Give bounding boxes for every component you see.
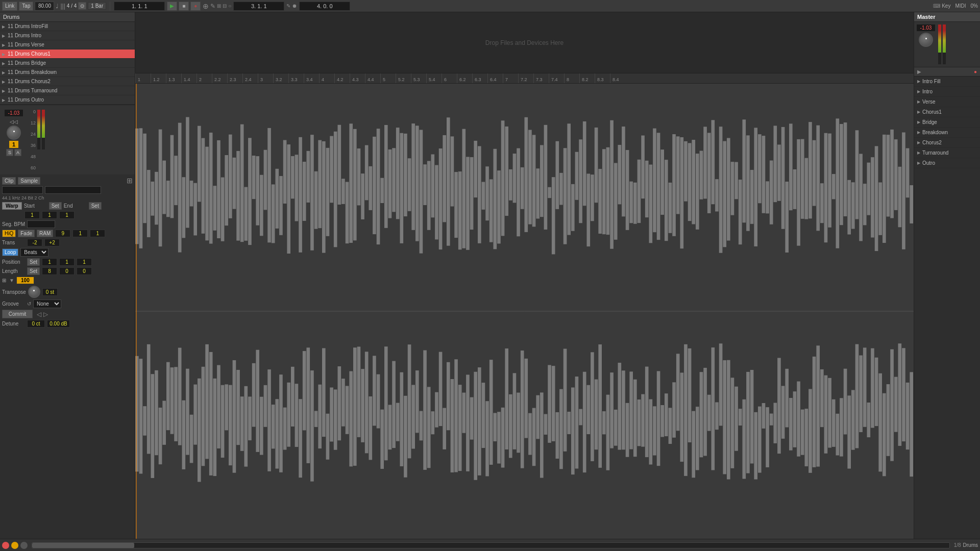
transpose-knob[interactable] [28,286,40,298]
track-item[interactable]: ▶ 11 Drums IntroFill [0,22,135,31]
expand-icon: ▶ [2,43,6,47]
loop-display: 3. 1. 1 [233,2,284,11]
drums-label: Drums [3,14,19,20]
right-scene-item[interactable]: ▶ Intro [914,87,980,97]
right-scene-item[interactable]: ▶ Turnaround [914,148,980,158]
marker-3.3: 3.3 [288,73,304,83]
loop-btn[interactable]: Loop [2,248,18,256]
marker-8: 8 [564,73,579,83]
set-end-btn[interactable]: Set [89,202,102,210]
scene-arrow: ▶ [917,99,921,104]
position-row: Position Set 1 1 1 [2,258,133,266]
punch-icon[interactable]: ⏺ [292,3,297,9]
loop-btn[interactable]: ⊙ [78,2,86,10]
warp-button[interactable]: Warp [2,202,22,210]
play-button[interactable]: ▶ [167,2,177,11]
right-scene-item[interactable]: ▶ Bridge [914,117,980,128]
marker-5.4: 5.4 [426,73,442,83]
main-area: Drums ▶ 11 Drums IntroFill ▶ 11 Drums In… [0,12,980,539]
track-item[interactable]: ▶ 11 Drums Verse [0,40,135,49]
clip-name-input[interactable]: 11 Drums Ch... [2,186,43,194]
fade-btn[interactable]: Fade [18,230,35,237]
mute-icon[interactable]: ◁◁ [10,119,18,124]
gray-circle[interactable] [20,542,28,549]
clip-tab[interactable]: Clip [2,177,16,185]
commit-button[interactable]: Commit [2,310,33,318]
right-scene-item[interactable]: ▶ Chorus1 [914,107,980,117]
metronome-icon: ♩ [56,3,59,10]
warp-row: Warp Start Set End Set [2,202,133,210]
drums-bottom-label: Drums [963,542,978,548]
sample-name-input[interactable]: 11 Drums Chorus1.. [45,186,101,194]
midi-label: MIDI [955,3,966,9]
waveform-area[interactable] [135,84,914,539]
red-circle[interactable] [2,542,9,549]
draw-icon[interactable]: ✎ [286,3,290,9]
yellow-circle[interactable] [11,542,18,549]
scene-label: Intro [922,89,933,94]
ram-btn[interactable]: RAM [37,230,53,237]
track-item[interactable]: ▶ 11 Drums Breakdown [0,68,135,77]
track-item[interactable]: ▶ 11 Drums Turnaround [0,86,135,95]
groove-select[interactable]: None [33,299,61,308]
marker-8.2: 8.2 [579,73,595,83]
pencil-icon[interactable]: ✎ [210,3,215,10]
right-scene-item[interactable]: ▶ Chorus2 [914,138,980,148]
scene-label: Outro [922,160,935,166]
scene-label: Verse [922,99,936,105]
track-name: 11 Drums Chorus1 [8,51,51,57]
expand-icon: ▶ [2,24,6,29]
next-icon[interactable]: ▷ [43,311,48,318]
track-item[interactable]: ▶ 11 Drums Bridge [0,59,135,68]
volume-knob[interactable] [7,126,21,140]
set-pos-btn[interactable]: Set [27,258,40,266]
hiq-btn[interactable]: HiQ [2,230,16,237]
right-knob[interactable] [919,33,933,47]
add-icon[interactable]: ⊕ [203,2,209,10]
commit-row: Commit ◁ ▷ [2,310,133,318]
right-scene-item[interactable]: ▶ Breakdown [914,128,980,138]
horizontal-scrollbar[interactable] [32,542,950,548]
tap-button[interactable]: Tap [19,2,33,11]
right-vu-right [942,24,946,65]
beats-select[interactable]: Beats [20,248,48,257]
marker-1.3: 1.3 [166,73,181,83]
right-scene-item[interactable]: ▶ Intro Fill [914,77,980,87]
groove-arrow[interactable]: ↺ [27,301,31,307]
loop-section: 3. 1. 1 [233,2,284,11]
scene-arrow: ▶ [917,130,921,135]
sample-tab[interactable]: Sample [18,177,40,185]
signature-display: 4 / 4 [67,3,77,9]
marker-5.3: 5.3 [411,73,426,83]
position-section: 1. 1. 1 [114,2,165,11]
track-list: Drums ▶ 11 Drums IntroFill ▶ 11 Drums In… [0,12,135,105]
length-label: Length [2,268,25,274]
loop-icon: ||| [60,3,65,10]
prev-icon[interactable]: ◁ [37,311,41,318]
right-scene-item[interactable]: ▶ Verse [914,97,980,107]
bpm-input[interactable] [35,2,54,11]
track-item[interactable]: ▶ 11 Drums Outro [0,95,135,105]
set-start-btn[interactable]: Set [49,202,62,210]
s-btn[interactable]: S [6,149,13,156]
drop-zone[interactable]: Drop Files and Devices Here [135,12,914,73]
stop-button[interactable]: ■ [179,2,189,11]
marker-5: 5 [380,73,396,83]
expand-icon: ▶ [2,98,6,102]
record-button[interactable]: ● [190,2,201,11]
key-icon: ⌨ [933,3,940,9]
a-btn[interactable]: A [14,149,21,156]
link-button[interactable]: Link [2,2,17,11]
master-label: Master [914,12,980,22]
expand-icon: ▶ [2,61,6,65]
expand-clip-icon[interactable]: ⊞ [127,177,133,185]
track-item-active[interactable]: ▶ 11 Drums Chorus1 [0,49,135,59]
track-item[interactable]: ▶ 11 Drums Intro [0,31,135,40]
db-36: 36 [27,143,36,148]
marker-4.2: 4.2 [334,73,350,83]
bpm-input[interactable]: 140.00 [27,220,55,228]
track-item[interactable]: ▶ 11 Drums Chorus2 [0,77,135,86]
right-scene-item[interactable]: ▶ Outro [914,158,980,168]
set-len-btn[interactable]: Set [27,267,40,275]
drop-zone-text: Drop Files and Devices Here [485,39,564,46]
